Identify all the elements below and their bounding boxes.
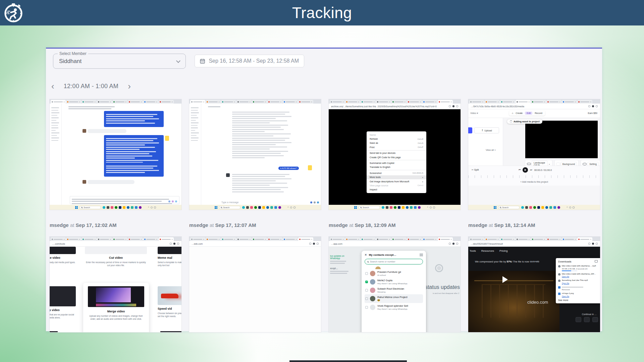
avatar [83, 129, 86, 133]
checkbox-unchecked [365, 297, 368, 300]
browser-url-bar: archive.org/.../items/Something just lik… [329, 104, 461, 109]
text-lines [68, 105, 119, 111]
background-text: tus updates on WhatsApp xcept… [330, 255, 354, 275]
browser-media-icon [313, 243, 315, 245]
search-icon [500, 207, 501, 208]
taskbar-app-icon [553, 206, 556, 209]
message-text-lines [232, 173, 294, 193]
taskbar-icons [242, 206, 281, 209]
browser-tab: × [407, 100, 422, 104]
status-updates-subtext: ts and text that disappear after 2 [433, 292, 459, 294]
tool-card-merge-video: Merge video Upload any number of videos … [83, 283, 149, 332]
timeline-panel: ✂ Split ⏮⏭ 00:00.0 / 01:00.0 + Add media… [468, 166, 600, 186]
page-content: tus updates on WhatsApp xcept… e status … [329, 247, 461, 332]
screenshot-thumbnail-6[interactable]: ×××××××× …eek.com [189, 237, 321, 332]
taskbar-app-icon [418, 206, 421, 209]
browser-url-bar: …/547c7d3c-5d0a-48d0-9528-fec16c352c53/m… [468, 104, 600, 109]
browser-tab-strip: ×××××××× [468, 237, 600, 241]
folder-icon [595, 260, 598, 262]
chat-area: Is AUTO BID allowed ? Type a message [201, 104, 321, 205]
browser-tab: × [345, 100, 360, 104]
download-item: ……………………………Removed [558, 286, 598, 291]
page-content: ze video your video with ready cial medi… [50, 247, 181, 332]
timecode: 00:00.0 / 01:00.0 [534, 169, 552, 171]
search-icon [81, 207, 83, 208]
taskbar-app-icon [123, 206, 125, 209]
taskbar-app-icon [246, 206, 249, 209]
contact-row: Praveen Furniture gdAt school [365, 269, 423, 278]
status-updates-heading: e status updates [421, 284, 460, 290]
contacts-modal: ✕ My contacts except… Search name or num… [362, 251, 426, 332]
next-hour-button[interactable]: › [126, 82, 132, 90]
date-range-picker[interactable]: Sep 16, 12:58 AM - Sep 23, 12:58 AM [195, 55, 304, 67]
search-icon [360, 207, 362, 208]
screenshot-thumbnail-1[interactable]: ×××××××× ancer.com/messages/thread/37040… [50, 99, 181, 210]
modal-header: ✕ My contacts except… [365, 253, 423, 256]
downloads-popup: Downloads bike-video-made-with-clipchamp… [556, 258, 600, 303]
page-content: ToolsResourcesPricing We compressed your… [468, 247, 600, 332]
url-text: ….com/tools [52, 243, 168, 245]
screenshot-thumbnail-7[interactable]: ×××××××× …app.com tus updates on WhatsAp… [329, 237, 461, 332]
tool-card: Cut video Enter the necessary period of … [85, 247, 147, 267]
prev-hour-button[interactable]: ‹ [50, 82, 56, 90]
windows-start-icon [494, 206, 496, 209]
browser-tab: × [267, 237, 282, 241]
browser-tab-strip: ×××××××× [50, 99, 181, 104]
page-content: Video ▾ ⌂ Create Edit Record Earn $50 Ad… [468, 109, 600, 205]
browser-tab: × [500, 237, 515, 241]
browser-extension-icon [449, 105, 451, 107]
download-item: Something Just Like This.mp3Open file [558, 279, 598, 284]
tool-card: p video prepared sizes that are ne popul… [50, 286, 76, 319]
taskbar-app-icon [549, 206, 552, 209]
attachment-icon [308, 165, 312, 170]
browser-tab-strip: ×××××××× [329, 99, 461, 104]
taskbar-app-icon [258, 206, 261, 209]
taskbar-app-icon [131, 206, 133, 209]
browser-media-icon [452, 243, 454, 245]
chat-bubble: Is AUTO BID allowed ? [278, 167, 299, 170]
taskbar-app-icon [406, 206, 409, 209]
play-icon [502, 276, 508, 283]
taskbar-icons [521, 206, 560, 209]
browser-tab: × [361, 237, 376, 241]
merge-video-preview [88, 286, 144, 307]
screenshot-thumbnail-5[interactable]: ×××××××× ….com/tools ze video your video… [50, 237, 181, 332]
taskbar-app-icon [250, 206, 253, 209]
windows-taskbar: Search ^ [329, 205, 461, 210]
file-icon [558, 280, 560, 282]
browser-tab: × [422, 237, 437, 241]
message-input-placeholder: Type a message [221, 201, 238, 203]
browser-tab: × [252, 100, 267, 104]
browser-tab: × [82, 237, 97, 241]
screenshot-thumbnail-4[interactable]: ×××××××× …/547c7d3c-5d0a-48d0-9528-fec16… [468, 99, 600, 210]
browser-media-icon [592, 105, 594, 107]
member-select[interactable]: Select Member Siddhant [53, 54, 186, 69]
app-header: Tracking [0, 0, 644, 25]
checkbox-unchecked [365, 306, 368, 309]
browser-tab: × [500, 100, 515, 104]
attachment-icon [165, 136, 169, 141]
screenshot-thumbnail-2[interactable]: ×××××××× ancer.com/messages/thread/37040… [189, 99, 321, 210]
browser-tab: × [438, 100, 453, 104]
browser-extension-icon [170, 243, 172, 245]
browser-tab: × [51, 100, 66, 104]
taskbar-app-icon [521, 206, 524, 209]
taskbar-tray: ^ [427, 206, 435, 208]
browser-tab: × [143, 100, 158, 104]
playback-controls: ⏮⏭ 00:00.0 / 01:00.0 [519, 167, 552, 173]
browser-tab: × [345, 237, 360, 241]
screenshot-thumbnail-8[interactable]: ×××××××× …deo/052416577/export/result To… [468, 237, 600, 332]
avatar [370, 305, 375, 310]
browser-tab: × [546, 237, 561, 241]
screenshot-thumbnail-3[interactable]: ×××××××× archive.org/.../items/Something… [329, 99, 461, 210]
blank-page-content [189, 247, 321, 332]
timeline-ruler [468, 175, 600, 178]
select-all-icon [420, 254, 423, 256]
windows-start-icon [75, 206, 78, 209]
taskbar-app-icon [270, 206, 273, 209]
browser-tab: × [361, 100, 376, 104]
browser-media-icon [173, 243, 175, 245]
chat-bubble [104, 111, 164, 127]
avatar [83, 180, 86, 184]
continue-in-label: Continue in … [582, 313, 597, 315]
